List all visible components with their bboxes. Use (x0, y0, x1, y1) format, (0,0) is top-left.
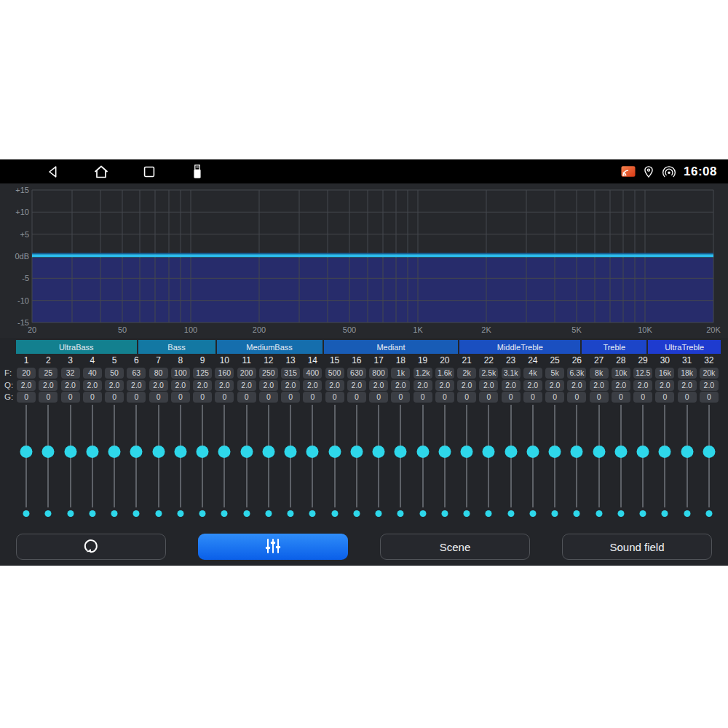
recents-icon[interactable] (140, 162, 159, 181)
usb-icon[interactable] (188, 162, 207, 181)
band-dot (376, 510, 382, 517)
band-number: 7 (148, 355, 170, 365)
slider-knob[interactable] (306, 446, 319, 458)
slider-knob[interactable] (614, 446, 627, 458)
slider-knob[interactable] (461, 446, 473, 458)
frequency-value-box: 40 (83, 368, 102, 379)
slider-knob[interactable] (416, 446, 429, 458)
slider-knob[interactable] (130, 446, 143, 458)
q-value-box: 2.0 (700, 380, 719, 391)
frequency-value-box: 400 (303, 368, 322, 379)
band-group-ultrabass[interactable]: UltraBass (16, 340, 137, 354)
gain-slider (346, 405, 368, 520)
slider-knob[interactable] (373, 446, 385, 458)
slider-knob[interactable] (64, 446, 76, 458)
frequency-value-box: 1k (391, 368, 410, 379)
gain-value-box: 0 (502, 392, 521, 403)
slider-knob[interactable] (108, 446, 121, 458)
slider-knob[interactable] (350, 446, 363, 458)
gain-slider (632, 405, 654, 520)
slider-knob[interactable] (637, 446, 649, 458)
slider-knob[interactable] (174, 446, 186, 458)
frequency-value-box: 12.5 (633, 368, 652, 379)
row-label-frequency: F: (4, 368, 16, 377)
freq-tick-label: 100 (184, 325, 197, 334)
frequency-value-box: 100 (171, 368, 190, 379)
gain-slider (236, 405, 258, 520)
slider-knob[interactable] (483, 446, 495, 458)
slider-knob[interactable] (659, 446, 671, 458)
gain-value-box: 0 (237, 392, 256, 403)
reset-button[interactable] (16, 534, 166, 560)
band-dot (133, 510, 140, 517)
frequency-value-box: 800 (369, 368, 388, 379)
slider-knob[interactable] (593, 446, 605, 458)
q-value-box: 2.0 (17, 380, 36, 391)
gain-value-box: 0 (171, 392, 190, 403)
frequency-value-box: 20 (17, 368, 36, 379)
gain-slider (82, 405, 103, 520)
gain-value-box: 0 (325, 392, 344, 403)
band-group-bass[interactable]: Bass (138, 340, 215, 354)
slider-knob[interactable] (285, 446, 297, 458)
band-group-mediumbass[interactable]: MediumBass (217, 340, 323, 354)
slider-knob[interactable] (526, 446, 539, 458)
db-tick-label: +5 (20, 230, 29, 239)
button-row: Scene Sound field (16, 534, 712, 560)
freq-tick-label: 200 (253, 325, 266, 334)
band-group-label: MediumBass (246, 343, 293, 352)
slider-knob[interactable] (395, 446, 407, 458)
frequency-value-box: 315 (281, 368, 300, 379)
band-dot (243, 510, 250, 517)
nav-icons (0, 162, 207, 181)
band-group-treble[interactable]: Treble (582, 340, 646, 354)
frequency-value-box: 250 (259, 368, 278, 379)
band-number: 9 (191, 355, 213, 365)
slider-knob[interactable] (240, 446, 253, 458)
gain-value-box: 0 (414, 392, 432, 403)
slider-knob[interactable] (20, 446, 33, 458)
sound-field-button[interactable]: Sound field (562, 534, 712, 560)
eq-graph-svg: +15+10+50dB-5-10-1520501002005001K2K5K10… (0, 183, 728, 338)
freq-tick-label: 50 (118, 325, 127, 334)
screen-cast-icon (620, 164, 636, 180)
band-number: 28 (610, 355, 632, 365)
band-group-middletreble[interactable]: MiddleTreble (459, 340, 580, 354)
slider-knob[interactable] (681, 446, 693, 458)
scene-button[interactable]: Scene (380, 534, 530, 560)
eq-button[interactable] (198, 534, 348, 560)
band-group-mediant[interactable]: Mediant (324, 340, 459, 354)
band-dot (464, 510, 470, 517)
frequency-value-box: 1.6k (435, 368, 454, 379)
band-dot (596, 510, 602, 517)
back-icon[interactable] (44, 162, 63, 181)
band-dot (265, 510, 272, 517)
slider-knob[interactable] (328, 446, 341, 458)
slider-knob[interactable] (571, 446, 583, 458)
slider-knob[interactable] (197, 446, 209, 458)
frequency-value-box: 32 (61, 368, 80, 379)
freq-tick-label: 1K (413, 325, 423, 334)
slider-knob[interactable] (703, 446, 715, 458)
band-group-label: UltraTreble (665, 343, 704, 352)
band-number: 16 (346, 355, 368, 365)
gain-value-box: 0 (281, 392, 300, 403)
frequency-value-box: 20k (700, 368, 719, 379)
q-value-box: 2.0 (105, 380, 124, 391)
row-label-q-factor: Q: (4, 381, 16, 389)
slider-knob[interactable] (505, 446, 517, 458)
frequency-value-box: 10k (612, 368, 630, 379)
slider-knob[interactable] (152, 446, 165, 458)
home-icon[interactable] (92, 162, 111, 181)
slider-knob[interactable] (218, 446, 231, 458)
band-number: 4 (82, 355, 103, 365)
slider-knob[interactable] (549, 446, 561, 458)
band-group-ultratreble[interactable]: UltraTreble (648, 340, 721, 354)
slider-knob[interactable] (86, 446, 98, 458)
slider-knob[interactable] (262, 446, 274, 458)
band-dot (419, 510, 426, 517)
freq-tick-label: 20K (706, 325, 721, 334)
slider-knob[interactable] (438, 446, 451, 458)
frequency-value-box: 63 (127, 368, 146, 379)
slider-knob[interactable] (42, 446, 55, 458)
